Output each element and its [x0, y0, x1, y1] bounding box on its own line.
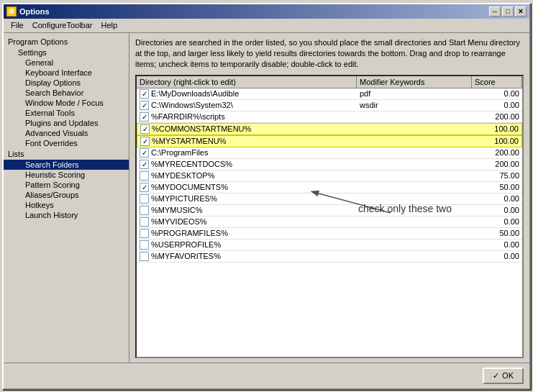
directory-checkbox[interactable]	[140, 217, 149, 227]
maximize-button[interactable]: □	[502, 6, 514, 17]
directory-cell: %MYDOCUMENTS%	[137, 182, 357, 193]
directory-label: %USERPROFILE%	[151, 240, 221, 249]
sidebar-item-window-mode--focus[interactable]: Window Mode / Focus	[4, 98, 129, 108]
directory-checkbox[interactable]	[140, 137, 150, 146]
directory-label: %MYRECENTDOCS%	[151, 160, 232, 168]
menu-help[interactable]: Help	[97, 19, 122, 31]
directory-checkbox[interactable]	[140, 194, 149, 204]
directory-checkbox[interactable]	[140, 252, 149, 261]
keywords-cell	[357, 175, 472, 176]
list-row[interactable]: %COMMONSTARTMENU%100.00	[137, 123, 522, 135]
score-cell: 200.00	[472, 159, 522, 169]
sidebar-item-launch-history[interactable]: Launch History	[4, 210, 129, 220]
directory-checkbox[interactable]	[140, 124, 150, 134]
directory-label: %MYSTARTMENU%	[152, 137, 227, 145]
keywords-cell	[357, 116, 472, 117]
directory-checkbox[interactable]	[140, 240, 149, 250]
keywords-cell	[357, 244, 472, 245]
directory-label: E:\MyDownloads\Audible	[151, 89, 239, 98]
list-rows: E:\MyDownloads\Audiblepdf0.00C:\Windows\…	[137, 88, 522, 263]
keywords-cell	[356, 128, 471, 129]
score-cell: 0.00	[472, 88, 522, 99]
directory-label: %FARRDIR%\scripts	[151, 112, 225, 121]
score-cell: 0.00	[472, 100, 522, 110]
sidebar-item-plugins-and-updates[interactable]: Plugins and Updates	[4, 118, 129, 128]
score-cell: 0.00	[472, 216, 522, 227]
list-row[interactable]: %MYRECENTDOCS%200.00	[137, 159, 522, 170]
list-row[interactable]: %MYSTARTMENU%100.00	[137, 135, 522, 147]
keywords-cell: wsdir	[357, 100, 472, 110]
menu-configure-toolbar[interactable]: ConfigureToolbar	[28, 19, 97, 31]
menu-file[interactable]: File	[6, 19, 28, 31]
menu-bar: File ConfigureToolbar Help	[4, 19, 529, 33]
directory-label: %MYFAVORITES%	[151, 252, 221, 260]
close-button[interactable]: ✕	[515, 6, 527, 17]
directory-checkbox[interactable]	[140, 206, 149, 215]
keywords-cell	[357, 255, 472, 257]
title-bar: ⚙ Options ─ □ ✕	[4, 4, 529, 19]
list-row[interactable]: %MYMUSIC%0.00	[137, 205, 522, 216]
sidebar-section-header: Program Options	[4, 36, 129, 47]
directory-checkbox[interactable]	[140, 171, 149, 181]
directory-cell: %MYVIDEOS%	[137, 216, 357, 227]
directory-checkbox[interactable]	[140, 112, 149, 122]
sidebar-item-external-tools[interactable]: External Tools	[4, 108, 129, 118]
score-cell: 50.00	[472, 182, 522, 192]
list-row[interactable]: %MYDESKTOP%75.00	[137, 170, 522, 182]
directory-cell: C:\Windows\System32\	[137, 100, 357, 111]
directory-checkbox[interactable]	[140, 160, 149, 169]
sidebar-item-search-behavior[interactable]: Search Behavior	[4, 88, 129, 98]
sidebar-item-settings[interactable]: Settings	[4, 47, 129, 58]
ok-icon: ✓	[493, 371, 499, 380]
sidebar-item-heuristic-scoring[interactable]: Heuristic Scoring	[4, 170, 129, 180]
list-row[interactable]: %MYDOCUMENTS%50.00	[137, 182, 522, 193]
keywords-cell	[356, 140, 471, 142]
main-panel: Directories are searched in the order li…	[129, 33, 529, 363]
list-row[interactable]: E:\MyDownloads\Audiblepdf0.00	[137, 88, 522, 100]
score-cell: 50.00	[472, 228, 522, 238]
list-row[interactable]: %MYFAVORITES%0.00	[137, 251, 522, 263]
directory-checkbox[interactable]	[140, 148, 149, 158]
sidebar-item-search-folders[interactable]: Search Folders	[4, 160, 129, 170]
directory-checkbox[interactable]	[140, 183, 149, 192]
sidebar-item-hotkeys[interactable]: Hotkeys	[4, 200, 129, 210]
sidebar-item-general[interactable]: General	[4, 58, 129, 68]
ok-button[interactable]: ✓ OK	[483, 368, 524, 384]
directory-label: %MYDESKTOP%	[151, 171, 214, 180]
list-row[interactable]: C:\Windows\System32\wsdir0.00	[137, 100, 522, 111]
directory-checkbox[interactable]	[140, 89, 149, 99]
directory-label: C:\ProgramFiles	[151, 148, 208, 157]
directory-checkbox[interactable]	[140, 229, 149, 238]
directory-label: C:\Windows\System32\	[151, 101, 233, 109]
sidebar-item-advanced-visuals[interactable]: Advanced Visuals	[4, 128, 129, 138]
score-cell: 100.00	[471, 136, 521, 146]
directory-cell: %COMMONSTARTMENU%	[137, 124, 356, 135]
keywords-cell	[357, 209, 472, 211]
list-row[interactable]: C:\ProgramFiles200.00	[137, 147, 522, 159]
score-cell: 100.00	[471, 124, 521, 134]
sidebar-item-font-overrides[interactable]: Font Overrides	[4, 138, 129, 148]
directory-cell: %MYMUSIC%	[137, 205, 357, 216]
directory-label: %PROGRAMFILES%	[151, 229, 228, 237]
sidebar-item-pattern-scoring[interactable]: Pattern Scoring	[4, 180, 129, 190]
sidebar-item-display-options[interactable]: Display Options	[4, 78, 129, 88]
score-cell: 200.00	[472, 111, 522, 122]
keywords-cell	[357, 221, 472, 222]
sidebar-item-aliasesgroups[interactable]: Aliases/Groups	[4, 190, 129, 200]
score-cell: 200.00	[472, 147, 522, 158]
list-row[interactable]: %USERPROFILE%0.00	[137, 240, 522, 251]
list-row[interactable]: %MYPICTURES%0.00	[137, 193, 522, 205]
directory-cell: %USERPROFILE%	[137, 240, 357, 250]
list-header: Directory (right-click to edit) Modifier…	[137, 76, 522, 88]
directory-list[interactable]: Directory (right-click to edit) Modifier…	[135, 75, 524, 358]
list-row[interactable]: %PROGRAMFILES%50.00	[137, 228, 522, 240]
sidebar-item-keyboard-interface[interactable]: Keyboard Interface	[4, 68, 129, 78]
directory-checkbox[interactable]	[140, 101, 149, 110]
list-row[interactable]: %FARRDIR%\scripts200.00	[137, 111, 522, 123]
list-row[interactable]: %MYVIDEOS%0.00	[137, 216, 522, 228]
minimize-button[interactable]: ─	[489, 6, 501, 17]
directory-cell: %MYDESKTOP%	[137, 170, 357, 181]
directory-list-wrapper: Directory (right-click to edit) Modifier…	[135, 75, 524, 358]
keywords-cell	[357, 198, 472, 199]
score-cell: 0.00	[472, 251, 522, 261]
